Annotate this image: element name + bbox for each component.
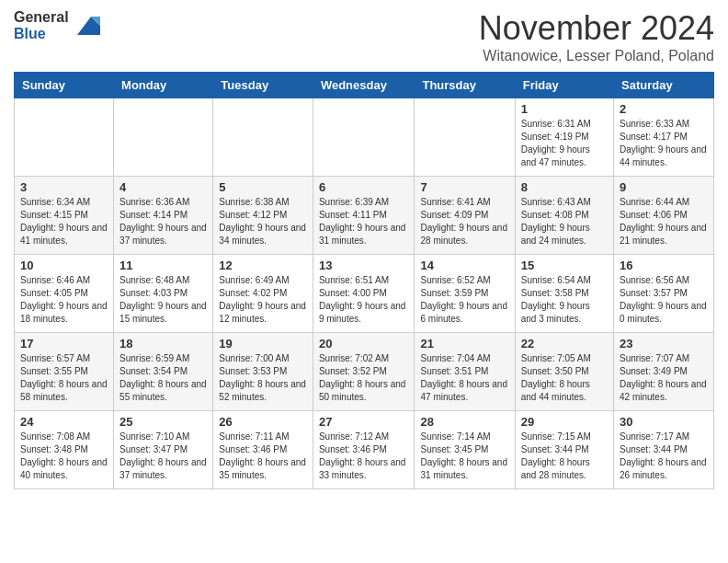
day-info: Sunrise: 6:39 AMSunset: 4:11 PMDaylight:… bbox=[319, 196, 409, 247]
calendar-cell: 3Sunrise: 6:34 AMSunset: 4:15 PMDaylight… bbox=[15, 177, 114, 255]
calendar-cell: 25Sunrise: 7:10 AMSunset: 3:47 PMDayligh… bbox=[114, 411, 213, 489]
day-number: 2 bbox=[620, 102, 708, 116]
calendar-cell: 12Sunrise: 6:49 AMSunset: 4:02 PMDayligh… bbox=[213, 255, 313, 333]
day-info: Sunrise: 6:54 AMSunset: 3:58 PMDaylight:… bbox=[521, 274, 608, 326]
day-number: 22 bbox=[521, 337, 608, 350]
day-number: 8 bbox=[521, 180, 608, 194]
calendar-cell: 2Sunrise: 6:33 AMSunset: 4:17 PMDaylight… bbox=[614, 98, 714, 177]
day-number: 25 bbox=[119, 415, 207, 429]
calendar-week-row: 1Sunrise: 6:31 AMSunset: 4:19 PMDaylight… bbox=[15, 98, 714, 177]
calendar-cell bbox=[313, 98, 415, 177]
day-number: 30 bbox=[620, 415, 708, 429]
day-number: 13 bbox=[319, 259, 409, 272]
day-number: 6 bbox=[319, 180, 409, 194]
day-info: Sunrise: 7:04 AMSunset: 3:51 PMDaylight:… bbox=[420, 352, 508, 404]
day-number: 12 bbox=[219, 259, 307, 272]
logo-text: General Blue bbox=[14, 9, 69, 42]
calendar-cell bbox=[114, 98, 213, 177]
calendar-cell: 6Sunrise: 6:39 AMSunset: 4:11 PMDaylight… bbox=[313, 177, 415, 255]
calendar-cell: 26Sunrise: 7:11 AMSunset: 3:46 PMDayligh… bbox=[213, 411, 313, 489]
day-info: Sunrise: 7:00 AMSunset: 3:53 PMDaylight:… bbox=[219, 352, 307, 404]
day-info: Sunrise: 6:59 AMSunset: 3:54 PMDaylight:… bbox=[119, 352, 207, 404]
logo-blue: Blue bbox=[14, 26, 69, 42]
day-number: 14 bbox=[420, 259, 508, 272]
logo-icon bbox=[73, 12, 100, 40]
day-info: Sunrise: 6:56 AMSunset: 3:57 PMDaylight:… bbox=[620, 274, 708, 326]
calendar-cell: 19Sunrise: 7:00 AMSunset: 3:53 PMDayligh… bbox=[213, 333, 313, 411]
day-info: Sunrise: 6:36 AMSunset: 4:14 PMDaylight:… bbox=[119, 196, 207, 247]
day-number: 9 bbox=[620, 180, 708, 194]
calendar-cell: 4Sunrise: 6:36 AMSunset: 4:14 PMDaylight… bbox=[114, 177, 213, 255]
day-info: Sunrise: 6:43 AMSunset: 4:08 PMDaylight:… bbox=[521, 196, 608, 247]
calendar-header-row: Sunday Monday Tuesday Wednesday Thursday… bbox=[15, 73, 714, 98]
day-info: Sunrise: 6:33 AMSunset: 4:17 PMDaylight:… bbox=[620, 118, 708, 169]
day-info: Sunrise: 6:57 AMSunset: 3:55 PMDaylight:… bbox=[20, 352, 108, 404]
calendar-cell: 16Sunrise: 6:56 AMSunset: 3:57 PMDayligh… bbox=[614, 255, 714, 333]
calendar-cell: 5Sunrise: 6:38 AMSunset: 4:12 PMDaylight… bbox=[213, 177, 313, 255]
month-title: November 2024 bbox=[479, 9, 714, 48]
calendar-week-row: 10Sunrise: 6:46 AMSunset: 4:05 PMDayligh… bbox=[15, 255, 714, 333]
day-number: 29 bbox=[521, 415, 608, 429]
day-number: 27 bbox=[319, 415, 409, 429]
day-number: 20 bbox=[319, 337, 409, 350]
header-thursday: Thursday bbox=[415, 73, 515, 98]
header-wednesday: Wednesday bbox=[313, 73, 415, 98]
logo-general: General bbox=[14, 9, 69, 26]
calendar-cell bbox=[15, 98, 114, 177]
calendar-cell: 1Sunrise: 6:31 AMSunset: 4:19 PMDaylight… bbox=[515, 98, 613, 177]
day-info: Sunrise: 7:02 AMSunset: 3:52 PMDaylight:… bbox=[319, 352, 409, 404]
day-info: Sunrise: 7:12 AMSunset: 3:46 PMDaylight:… bbox=[319, 431, 409, 482]
header-monday: Monday bbox=[114, 73, 213, 98]
day-number: 17 bbox=[20, 337, 108, 350]
calendar-cell: 23Sunrise: 7:07 AMSunset: 3:49 PMDayligh… bbox=[614, 333, 714, 411]
day-number: 19 bbox=[219, 337, 307, 350]
day-number: 16 bbox=[620, 259, 708, 272]
calendar-cell: 15Sunrise: 6:54 AMSunset: 3:58 PMDayligh… bbox=[515, 255, 613, 333]
day-info: Sunrise: 6:31 AMSunset: 4:19 PMDaylight:… bbox=[521, 118, 608, 169]
day-info: Sunrise: 6:34 AMSunset: 4:15 PMDaylight:… bbox=[20, 196, 108, 247]
day-number: 28 bbox=[420, 415, 508, 429]
day-number: 5 bbox=[219, 180, 307, 194]
day-info: Sunrise: 7:08 AMSunset: 3:48 PMDaylight:… bbox=[20, 431, 108, 482]
day-number: 15 bbox=[521, 259, 608, 272]
calendar-cell: 13Sunrise: 6:51 AMSunset: 4:00 PMDayligh… bbox=[313, 255, 415, 333]
day-info: Sunrise: 6:49 AMSunset: 4:02 PMDaylight:… bbox=[219, 274, 307, 326]
day-number: 21 bbox=[420, 337, 508, 350]
calendar-cell: 22Sunrise: 7:05 AMSunset: 3:50 PMDayligh… bbox=[515, 333, 613, 411]
day-info: Sunrise: 7:07 AMSunset: 3:49 PMDaylight:… bbox=[620, 352, 708, 404]
calendar-cell bbox=[213, 98, 313, 177]
header-friday: Friday bbox=[515, 73, 613, 98]
day-number: 4 bbox=[119, 180, 207, 194]
calendar-week-row: 17Sunrise: 6:57 AMSunset: 3:55 PMDayligh… bbox=[15, 333, 714, 411]
day-info: Sunrise: 7:11 AMSunset: 3:46 PMDaylight:… bbox=[219, 431, 307, 482]
day-number: 1 bbox=[521, 102, 608, 116]
day-number: 23 bbox=[620, 337, 708, 350]
calendar-cell: 21Sunrise: 7:04 AMSunset: 3:51 PMDayligh… bbox=[415, 333, 515, 411]
day-info: Sunrise: 6:51 AMSunset: 4:00 PMDaylight:… bbox=[319, 274, 409, 326]
calendar-cell: 27Sunrise: 7:12 AMSunset: 3:46 PMDayligh… bbox=[313, 411, 415, 489]
day-number: 18 bbox=[119, 337, 207, 350]
calendar-cell: 30Sunrise: 7:17 AMSunset: 3:44 PMDayligh… bbox=[614, 411, 714, 489]
calendar-cell: 8Sunrise: 6:43 AMSunset: 4:08 PMDaylight… bbox=[515, 177, 613, 255]
calendar-week-row: 24Sunrise: 7:08 AMSunset: 3:48 PMDayligh… bbox=[15, 411, 714, 489]
calendar-cell bbox=[415, 98, 515, 177]
calendar-week-row: 3Sunrise: 6:34 AMSunset: 4:15 PMDaylight… bbox=[15, 177, 714, 255]
day-number: 7 bbox=[420, 180, 508, 194]
day-info: Sunrise: 6:52 AMSunset: 3:59 PMDaylight:… bbox=[420, 274, 508, 326]
title-section: November 2024 Witanowice, Lesser Poland,… bbox=[479, 9, 714, 64]
day-info: Sunrise: 7:10 AMSunset: 3:47 PMDaylight:… bbox=[119, 431, 207, 482]
header-sunday: Sunday bbox=[15, 73, 114, 98]
calendar-cell: 28Sunrise: 7:14 AMSunset: 3:45 PMDayligh… bbox=[415, 411, 515, 489]
day-info: Sunrise: 6:44 AMSunset: 4:06 PMDaylight:… bbox=[620, 196, 708, 247]
day-number: 3 bbox=[20, 180, 108, 194]
location: Witanowice, Lesser Poland, Poland bbox=[479, 48, 714, 64]
day-info: Sunrise: 7:15 AMSunset: 3:44 PMDaylight:… bbox=[521, 431, 608, 482]
calendar-cell: 20Sunrise: 7:02 AMSunset: 3:52 PMDayligh… bbox=[313, 333, 415, 411]
header-saturday: Saturday bbox=[614, 73, 714, 98]
day-info: Sunrise: 7:14 AMSunset: 3:45 PMDaylight:… bbox=[420, 431, 508, 482]
calendar-cell: 11Sunrise: 6:48 AMSunset: 4:03 PMDayligh… bbox=[114, 255, 213, 333]
calendar-cell: 10Sunrise: 6:46 AMSunset: 4:05 PMDayligh… bbox=[15, 255, 114, 333]
calendar-cell: 17Sunrise: 6:57 AMSunset: 3:55 PMDayligh… bbox=[15, 333, 114, 411]
calendar-cell: 24Sunrise: 7:08 AMSunset: 3:48 PMDayligh… bbox=[15, 411, 114, 489]
page-header: General Blue November 2024 Witanowice, L… bbox=[14, 9, 714, 64]
